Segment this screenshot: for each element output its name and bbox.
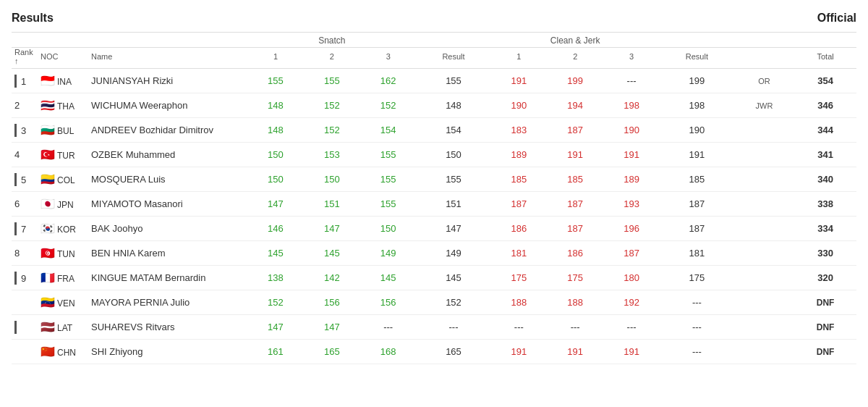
total-cell: DNF xyxy=(794,315,856,340)
rank-cell: 6 xyxy=(12,192,38,217)
cj-3-cell: --- xyxy=(603,69,660,93)
cj-group-header: Clean & Jerk xyxy=(490,33,660,48)
name-cell: OZBEK Muhammed xyxy=(88,143,247,167)
rank-cell xyxy=(12,315,38,340)
cj-result-cell: 187 xyxy=(660,217,734,241)
flag-icon: 🇨🇴 xyxy=(41,173,55,185)
total-cell: 346 xyxy=(794,93,856,118)
cj-badge-cell xyxy=(734,143,794,167)
snatch-1-cell: 138 xyxy=(247,266,304,290)
rank-number: 2 xyxy=(14,101,20,112)
snatch-1-cell: 161 xyxy=(247,340,304,364)
rank-number: 3 xyxy=(21,125,26,135)
cj-2-cell: 191 xyxy=(547,143,603,167)
cj-1-cell: 187 xyxy=(490,192,547,217)
name-cell: SUHAREVS Ritvars xyxy=(88,315,247,340)
noc-text: TUR xyxy=(57,151,75,161)
noc-text: BUL xyxy=(57,126,74,136)
cj-2-cell: --- xyxy=(547,315,603,340)
snatch-2-cell: 150 xyxy=(304,167,360,192)
snatch-3-cell: 156 xyxy=(360,290,417,315)
cj-2-cell: 194 xyxy=(547,93,603,118)
cj-badge-cell: OR xyxy=(734,69,794,93)
table-row: 9🇫🇷FRAKINGUE MATAM Bernardin138142145145… xyxy=(12,266,856,290)
rank-cell xyxy=(12,290,38,315)
snatch-1-cell: 145 xyxy=(247,241,304,266)
flag-icon: 🇰🇷 xyxy=(41,222,55,235)
snatch-1-cell: 150 xyxy=(247,143,304,167)
noc-cell: 🇨🇳CHN xyxy=(38,340,88,364)
cj-3-cell: 189 xyxy=(603,167,660,192)
snatch-3-cell: 149 xyxy=(360,241,417,266)
snatch-1-cell: 147 xyxy=(247,192,304,217)
name-header: Name xyxy=(88,48,247,69)
name-cell: WICHUMA Weeraphon xyxy=(88,93,247,118)
cj-badge-cell xyxy=(734,290,794,315)
noc-text: COL xyxy=(57,175,75,185)
name-cell: BEN HNIA Karem xyxy=(88,241,247,266)
name-cell: ANDREEV Bozhidar Dimitrov xyxy=(88,118,247,143)
cj-1-cell: 191 xyxy=(490,69,547,93)
noc-cell: 🇨🇴COL xyxy=(38,167,88,192)
snatch-1-cell: 152 xyxy=(247,290,304,315)
snatch-result-cell: 147 xyxy=(417,217,491,241)
cj-3-cell: 187 xyxy=(603,241,660,266)
cj-result-cell: 181 xyxy=(660,241,734,266)
snatch-2-cell: 152 xyxy=(304,118,360,143)
table-row: 8🇹🇳TUNBEN HNIA Karem14514514914918118618… xyxy=(12,241,856,266)
flag-icon: 🇧🇬 xyxy=(41,124,55,136)
sub-header-row: Rank ↑ NOC Name 1 2 3 Result 1 2 3 Resul… xyxy=(12,48,856,69)
total-cell: 344 xyxy=(794,118,856,143)
cj-3-cell: --- xyxy=(603,315,660,340)
table-row: 4🇹🇷TUROZBEK Muhammed15015315515018919119… xyxy=(12,143,856,167)
cj-2-cell: 185 xyxy=(547,167,603,192)
snatch-2-cell: 156 xyxy=(304,290,360,315)
snatch-2-cell: 145 xyxy=(304,241,360,266)
cj-3-header: 3 xyxy=(603,48,660,69)
rank-cell xyxy=(12,340,38,364)
rank-noc-name-header xyxy=(12,33,247,48)
cj-badge-cell xyxy=(734,266,794,290)
cj-result-cell: 191 xyxy=(660,143,734,167)
rank-bar-indicator xyxy=(14,222,17,235)
table-row: 5🇨🇴COLMOSQUERA Luis150150155155185185189… xyxy=(12,167,856,192)
noc-text: LAT xyxy=(57,323,72,333)
rank-number: 9 xyxy=(21,272,26,283)
flag-icon: 🇯🇵 xyxy=(41,198,55,210)
noc-cell: 🇱🇻LAT xyxy=(38,315,88,340)
cj-2-cell: 199 xyxy=(547,69,603,93)
cj-1-cell: 186 xyxy=(490,217,547,241)
snatch-1-cell: 155 xyxy=(247,69,304,93)
rank-cell: 3 xyxy=(12,118,38,143)
cj-1-cell: 175 xyxy=(490,266,547,290)
rank-bar-indicator xyxy=(14,272,17,285)
noc-text: KOR xyxy=(57,225,76,235)
noc-text: TUN xyxy=(57,249,75,259)
snatch-result-header: Result xyxy=(417,48,491,69)
cj-1-header: 1 xyxy=(490,48,547,69)
snatch-3-cell: 154 xyxy=(360,118,417,143)
snatch-1-cell: 148 xyxy=(247,93,304,118)
snatch-result-cell: --- xyxy=(417,315,491,340)
rank-number: 7 xyxy=(21,223,26,234)
total-cell: DNF xyxy=(794,290,856,315)
noc-text: THA xyxy=(57,101,75,112)
cj-1-cell: 181 xyxy=(490,241,547,266)
noc-cell: 🇹🇭THA xyxy=(38,93,88,118)
cj-result-cell: 187 xyxy=(660,192,734,217)
cj-2-cell: 186 xyxy=(547,241,603,266)
noc-text: CHN xyxy=(57,348,76,358)
cj-badge-header xyxy=(734,48,794,69)
rank-cell: 1 xyxy=(12,69,38,93)
cj-3-cell: 196 xyxy=(603,217,660,241)
snatch-result-cell: 155 xyxy=(417,167,491,192)
total-cell: 338 xyxy=(794,192,856,217)
total-cell: 320 xyxy=(794,266,856,290)
snatch-2-cell: 155 xyxy=(304,69,360,93)
name-cell: MIYAMOTO Masanori xyxy=(88,192,247,217)
rank-number: 6 xyxy=(14,199,20,210)
snatch-result-cell: 148 xyxy=(417,93,491,118)
name-cell: MAYORA PERNIA Julio xyxy=(88,290,247,315)
cj-badge-cell xyxy=(734,217,794,241)
results-table: Snatch Clean & Jerk Rank ↑ NOC Name 1 2 … xyxy=(12,33,856,364)
